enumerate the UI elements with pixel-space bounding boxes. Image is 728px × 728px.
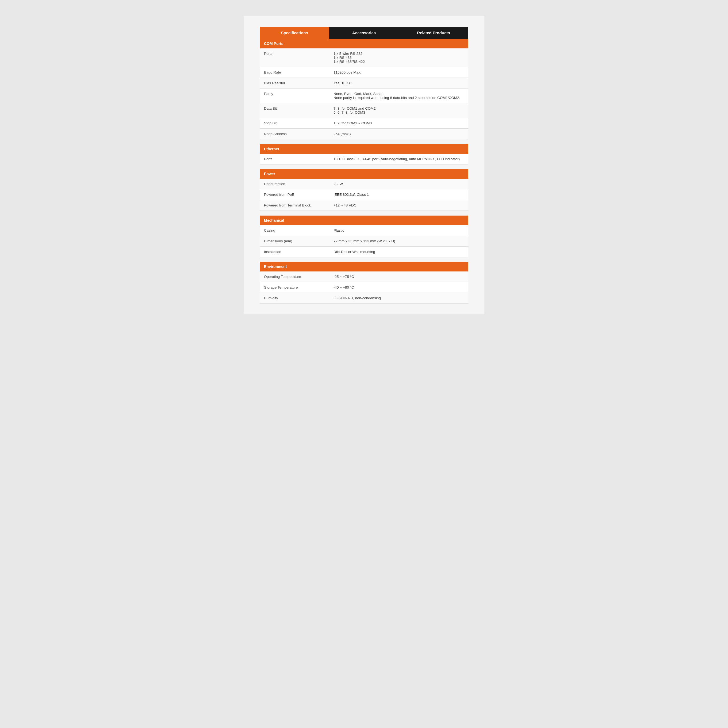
spec-label: Dimensions (mm) <box>260 236 329 246</box>
spec-value: 1, 2: for COM1 ~ COM3 <box>329 118 468 128</box>
spec-row-com-ports-0: Ports1 x 5-wire RS-2321 x RS-4851 x RS-4… <box>260 48 468 67</box>
spec-row-com-ports-1: Baud Rate115200 bps Max. <box>260 67 468 78</box>
spec-row-mechanical-2: InstallationDIN-Rail or Wall mounting <box>260 246 468 257</box>
spec-value: +12 ~ 48 VDC <box>329 200 468 211</box>
spec-label: Baud Rate <box>260 67 329 78</box>
spec-value: 72 mm x 35 mm x 123 mm (W x L x H) <box>329 236 468 246</box>
section-header-power: Power <box>260 169 468 179</box>
spec-label: Stop Bit <box>260 118 329 128</box>
spec-label: Operating Temperature <box>260 271 329 282</box>
section-header-mechanical: Mechanical <box>260 216 468 225</box>
spec-label: Casing <box>260 225 329 236</box>
spec-value: None, Even, Odd, Mark, SpaceNone parity … <box>329 89 468 103</box>
spec-label: Bias Resistor <box>260 78 329 89</box>
spec-value: 1 x 5-wire RS-2321 x RS-4851 x RS-485/RS… <box>329 48 468 67</box>
spec-value: 254 (max.) <box>329 128 468 139</box>
spec-value: DIN-Rail or Wall mounting <box>329 246 468 257</box>
spec-value: 7, 8: for COM1 and COM25, 6, 7, 8: for C… <box>329 103 468 118</box>
spec-value: Plastic <box>329 225 468 236</box>
spec-label: Humidity <box>260 293 329 304</box>
spec-label: Installation <box>260 246 329 257</box>
spec-value: 115200 bps Max. <box>329 67 468 78</box>
spec-label: Consumption <box>260 179 329 190</box>
spec-label: Powered from Terminal Block <box>260 200 329 211</box>
section-header-com-ports: COM Ports <box>260 39 468 48</box>
tab-specifications[interactable]: Specifications <box>260 27 329 39</box>
spec-table: COM PortsPorts1 x 5-wire RS-2321 x RS-48… <box>260 39 468 304</box>
spec-row-ethernet-0: Ports10/100 Base-TX, RJ-45 port (Auto-ne… <box>260 154 468 165</box>
spec-value: 5 ~ 90% RH, non-condensing <box>329 293 468 304</box>
spec-label: Storage Temperature <box>260 282 329 293</box>
main-container: SpecificationsAccessoriesRelated Product… <box>244 16 484 314</box>
spec-row-com-ports-4: Data Bit7, 8: for COM1 and COM25, 6, 7, … <box>260 103 468 118</box>
spec-row-com-ports-3: ParityNone, Even, Odd, Mark, SpaceNone p… <box>260 89 468 103</box>
spec-row-environment-0: Operating Temperature-25 ~ +75 °C <box>260 271 468 282</box>
spec-label: Powered from PoE <box>260 190 329 200</box>
spec-row-com-ports-5: Stop Bit1, 2: for COM1 ~ COM3 <box>260 118 468 128</box>
spec-row-mechanical-1: Dimensions (mm)72 mm x 35 mm x 123 mm (W… <box>260 236 468 246</box>
tab-accessories[interactable]: Accessories <box>329 27 399 39</box>
spec-row-power-0: Consumption2.2 W <box>260 179 468 190</box>
spec-label: Parity <box>260 89 329 103</box>
spec-value: -25 ~ +75 °C <box>329 271 468 282</box>
tab-related-products[interactable]: Related Products <box>399 27 468 39</box>
spec-value: IEEE 802.3af, Class 1 <box>329 190 468 200</box>
spec-label: Ports <box>260 154 329 165</box>
spec-value: 2.2 W <box>329 179 468 190</box>
tab-header: SpecificationsAccessoriesRelated Product… <box>260 27 468 39</box>
spec-row-environment-2: Humidity5 ~ 90% RH, non-condensing <box>260 293 468 304</box>
spec-label: Node Address <box>260 128 329 139</box>
spec-row-environment-1: Storage Temperature-40 ~ +80 °C <box>260 282 468 293</box>
spec-row-power-1: Powered from PoEIEEE 802.3af, Class 1 <box>260 190 468 200</box>
spec-label: Ports <box>260 48 329 67</box>
section-header-ethernet: Ethernet <box>260 144 468 154</box>
spec-row-mechanical-0: CasingPlastic <box>260 225 468 236</box>
spec-row-power-2: Powered from Terminal Block+12 ~ 48 VDC <box>260 200 468 211</box>
spec-value: Yes, 10 KΩ <box>329 78 468 89</box>
spec-value: 10/100 Base-TX, RJ-45 port (Auto-negotia… <box>329 154 468 165</box>
spec-label: Data Bit <box>260 103 329 118</box>
spec-value: -40 ~ +80 °C <box>329 282 468 293</box>
spec-row-com-ports-2: Bias ResistorYes, 10 KΩ <box>260 78 468 89</box>
section-header-environment: Environment <box>260 262 468 271</box>
spec-row-com-ports-6: Node Address254 (max.) <box>260 128 468 139</box>
